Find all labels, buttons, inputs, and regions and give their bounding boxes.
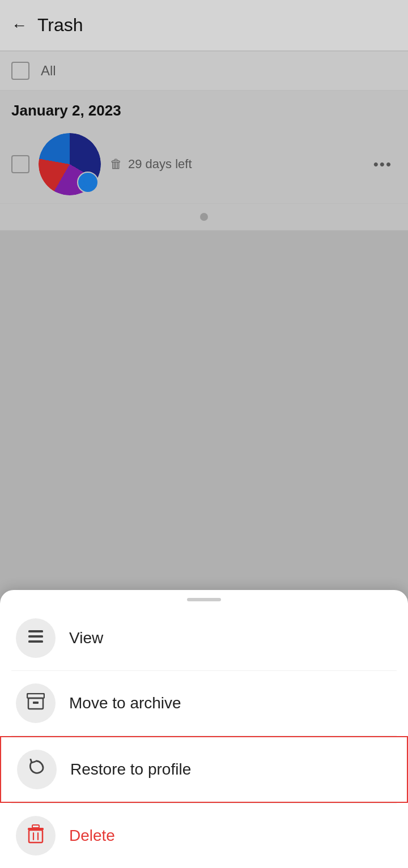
sheet-handle bbox=[0, 590, 408, 606]
restore-label: Restore to profile bbox=[70, 760, 191, 779]
sheet-item-archive[interactable]: Move to archive bbox=[0, 671, 408, 736]
avatar: 👤 bbox=[39, 133, 101, 195]
handle-bar bbox=[187, 598, 221, 601]
date-label: January 2, 2023 bbox=[11, 102, 121, 119]
select-all-row: All bbox=[0, 52, 408, 90]
header: ← Trash bbox=[0, 0, 408, 51]
sheet-item-delete[interactable]: Delete bbox=[0, 803, 408, 868]
page-title: Trash bbox=[37, 15, 83, 36]
dot-divider bbox=[0, 230, 408, 230]
view-icon-wrap bbox=[16, 618, 56, 658]
select-all-label: All bbox=[41, 63, 56, 79]
view-icon bbox=[27, 628, 44, 648]
delete-icon-wrap bbox=[16, 816, 56, 856]
svg-rect-8 bbox=[29, 830, 42, 843]
archive-icon-wrap bbox=[16, 683, 56, 723]
restore-icon bbox=[27, 759, 46, 781]
avatar-badge: 👤 bbox=[77, 172, 99, 193]
svg-rect-7 bbox=[32, 825, 39, 828]
dot bbox=[200, 213, 208, 221]
svg-rect-5 bbox=[33, 702, 39, 704]
restore-icon-wrap bbox=[17, 750, 57, 789]
date-section: January 2, 2023 bbox=[0, 91, 408, 125]
svg-rect-1 bbox=[28, 635, 43, 638]
svg-rect-2 bbox=[28, 640, 43, 643]
main-background: ← Trash All January 2, 2023 👤 🗑 29 days … bbox=[0, 0, 408, 600]
more-options-button[interactable]: ••• bbox=[369, 151, 397, 178]
back-button[interactable]: ← bbox=[11, 16, 27, 35]
select-all-checkbox[interactable] bbox=[11, 62, 29, 80]
trash-icon-small: 🗑 bbox=[110, 157, 122, 172]
delete-label: Delete bbox=[69, 827, 115, 845]
item-checkbox[interactable] bbox=[11, 155, 29, 173]
days-left-label: 29 days left bbox=[128, 157, 192, 172]
list-item: 👤 🗑 29 days left ••• bbox=[0, 125, 408, 203]
sheet-item-restore[interactable]: Restore to profile bbox=[0, 736, 408, 803]
archive-label: Move to archive bbox=[69, 694, 181, 712]
sheet-item-view[interactable]: View bbox=[0, 606, 408, 670]
view-label: View bbox=[69, 629, 103, 647]
bottom-sheet: View Move to archive Rest bbox=[0, 590, 408, 868]
item-info: 🗑 29 days left bbox=[110, 157, 360, 172]
svg-rect-0 bbox=[28, 630, 43, 632]
dot-indicator bbox=[0, 204, 408, 230]
archive-icon bbox=[27, 693, 45, 714]
delete-icon bbox=[27, 824, 44, 848]
person-icon: 👤 bbox=[80, 175, 96, 190]
